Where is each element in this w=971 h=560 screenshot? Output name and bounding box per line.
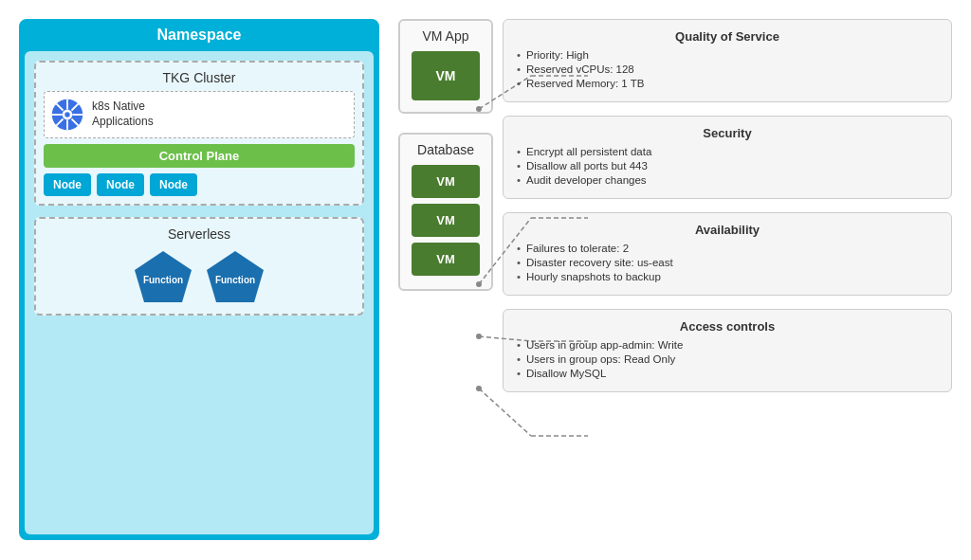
availability-list: Failures to tolerate: 2 Disaster recover… bbox=[517, 243, 938, 282]
access-item-1: Users in group app-admin: Write bbox=[517, 339, 938, 351]
vm-app-block: VM bbox=[412, 51, 480, 100]
qos-item-2: Reserved vCPUs: 128 bbox=[517, 63, 938, 75]
access-list: Users in group app-admin: Write Users in… bbox=[517, 339, 938, 379]
svg-point-14 bbox=[64, 112, 69, 117]
svg-point-11 bbox=[476, 386, 482, 391]
serverless-title: Serverless bbox=[44, 226, 355, 242]
function-pentagon-1: Function bbox=[133, 249, 193, 306]
security-item-3: Audit developer changes bbox=[517, 174, 938, 186]
availability-item-3: Hourly snapshots to backup bbox=[517, 271, 938, 282]
k8s-label: k8s Native Applications bbox=[92, 99, 154, 129]
database-vm-3: VM bbox=[412, 243, 480, 276]
vm-app-title: VM App bbox=[412, 28, 480, 44]
control-plane: Control Plane bbox=[44, 144, 355, 168]
vm-app-box: VM App VM bbox=[398, 19, 493, 114]
function-pentagon-2: Function bbox=[205, 249, 266, 306]
availability-item-2: Disaster recovery site: us-east bbox=[517, 257, 938, 268]
node-box-1: Node bbox=[44, 173, 91, 196]
node-box-2: Node bbox=[97, 173, 144, 196]
serverless-box: Serverless Function Function bbox=[34, 217, 364, 316]
middle-column: VM App VM Database VM VM VM bbox=[398, 19, 493, 291]
access-item-3: Disallow MySQL bbox=[517, 368, 938, 379]
database-title: Database bbox=[412, 142, 480, 157]
database-vm-2: VM bbox=[412, 204, 480, 237]
svg-line-6 bbox=[479, 388, 531, 436]
security-list: Encrypt all persistent data Disallow all… bbox=[517, 146, 938, 186]
nodes-row: Node Node Node bbox=[44, 173, 355, 196]
availability-panel: Availability Failures to tolerate: 2 Dis… bbox=[503, 212, 952, 296]
qos-list: Priority: High Reserved vCPUs: 128 Reser… bbox=[517, 49, 938, 89]
access-item-2: Users in group ops: Read Only bbox=[517, 353, 938, 365]
availability-title: Availability bbox=[517, 223, 938, 237]
function-1: Function bbox=[133, 249, 193, 306]
node-box-3: Node bbox=[150, 173, 197, 196]
tkg-cluster-title: TKG Cluster bbox=[44, 70, 355, 85]
security-item-1: Encrypt all persistent data bbox=[517, 146, 938, 157]
k8s-section: k8s Native Applications bbox=[44, 91, 355, 138]
main-layout: Namespace TKG Cluster bbox=[0, 0, 971, 560]
tkg-cluster-box: TKG Cluster bbox=[34, 61, 364, 206]
svg-point-10 bbox=[476, 334, 482, 339]
svg-text:Function: Function bbox=[215, 275, 255, 285]
security-title: Security bbox=[517, 126, 938, 140]
qos-title: Quality of Service bbox=[517, 29, 938, 44]
access-title: Access controls bbox=[517, 319, 938, 334]
kubernetes-icon bbox=[50, 98, 84, 132]
function-2: Function bbox=[205, 249, 266, 306]
database-box: Database VM VM VM bbox=[398, 133, 493, 291]
access-panel: Access controls Users in group app-admin… bbox=[503, 309, 952, 392]
security-panel: Security Encrypt all persistent data Dis… bbox=[503, 116, 952, 199]
namespace-title: Namespace bbox=[21, 21, 377, 47]
security-item-2: Disallow all ports but 443 bbox=[517, 160, 938, 172]
svg-text:Function: Function bbox=[143, 275, 183, 285]
qos-item-1: Priority: High bbox=[517, 49, 938, 61]
database-vm-1: VM bbox=[412, 165, 480, 198]
functions-row: Function Function bbox=[44, 249, 355, 306]
namespace-inner: TKG Cluster bbox=[25, 51, 374, 534]
diagram-container: Namespace TKG Cluster bbox=[0, 0, 971, 560]
namespace-box: Namespace TKG Cluster bbox=[19, 19, 379, 540]
qos-panel: Quality of Service Priority: High Reserv… bbox=[503, 19, 952, 102]
qos-item-3: Reserved Memory: 1 TB bbox=[517, 78, 938, 89]
availability-item-1: Failures to tolerate: 2 bbox=[517, 243, 938, 254]
info-panels: Quality of Service Priority: High Reserv… bbox=[503, 19, 952, 392]
